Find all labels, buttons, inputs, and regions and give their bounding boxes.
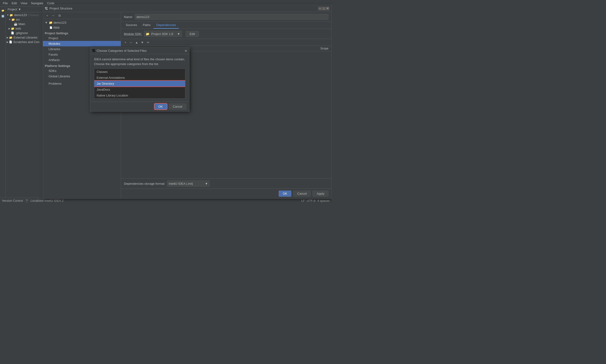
- tree-item-demo123[interactable]: ▼ 📁 demo123 C:\Users\: [6, 13, 48, 17]
- modal-footer: OK Cancel: [90, 102, 189, 111]
- modal-cancel-btn[interactable]: Cancel: [169, 104, 186, 109]
- add-icon[interactable]: ＋: [45, 13, 50, 18]
- menu-file[interactable]: File: [1, 1, 10, 5]
- dropdown-arrow: ▼: [18, 8, 21, 11]
- choose-categories-dialog: 🏗 Choose Categories of Selected Files ✕ …: [90, 47, 190, 112]
- modal-description: IDEA cannot determine what kind of files…: [94, 57, 185, 66]
- ps-name-label: Name:: [124, 15, 133, 19]
- ps-footer: OK Cancel Apply: [121, 189, 331, 198]
- ps-storage-select[interactable]: IntelliJ IDEA (.iml) ▼: [167, 181, 210, 187]
- ps-cancel-btn[interactable]: Cancel: [293, 191, 311, 196]
- tree-item-src[interactable]: ▼ 📁 src: [6, 17, 48, 22]
- lf-indicator[interactable]: LF: [301, 199, 305, 202]
- ps-storage-label: Dependencies storage format:: [124, 182, 165, 185]
- tree-item-label: demo123: [14, 13, 27, 17]
- structure-icon[interactable]: 🔣: [0, 14, 5, 18]
- ps-maximize-btn[interactable]: □: [322, 7, 326, 10]
- ps-icon: 🏗: [45, 7, 48, 10]
- version-control-label[interactable]: Version Control: [2, 199, 23, 202]
- modal-icon: 🏗: [92, 49, 95, 52]
- ps-section-project-settings: Project Settings: [43, 30, 121, 36]
- status-help-icon[interactable]: ?: [25, 199, 29, 203]
- category-external-annotations[interactable]: External Annotations: [94, 75, 185, 81]
- indent-indicator[interactable]: 4 spaces: [317, 199, 330, 202]
- deps-edit-icon[interactable]: ✏: [146, 40, 150, 45]
- modal-title: Choose Categories of Selected Files: [96, 49, 184, 52]
- tab-sources[interactable]: Sources: [123, 22, 140, 29]
- tree-item-main[interactable]: ▶ ☕ Main: [6, 22, 48, 26]
- project-icon[interactable]: 📁: [0, 8, 5, 13]
- ps-edit-btn[interactable]: Edit: [186, 31, 199, 37]
- ps-ok-btn[interactable]: OK: [279, 191, 291, 196]
- ps-close-btn[interactable]: ✕: [326, 7, 330, 10]
- ps-item-project[interactable]: Project: [43, 36, 121, 41]
- ps-storage-value: IntelliJ IDEA (.iml): [169, 182, 193, 185]
- modal-categories-list[interactable]: Classes External Annotations Jar Directo…: [94, 69, 185, 99]
- ps-apply-btn[interactable]: Apply: [313, 191, 329, 196]
- encoding-indicator[interactable]: UTF-8: [307, 199, 316, 202]
- deps-down-icon[interactable]: ▼: [140, 40, 145, 45]
- ps-left-toolbar: ＋ ─ ⧉: [43, 12, 121, 19]
- copy-icon[interactable]: ⧉: [57, 13, 62, 18]
- tree-item-src-label: src: [16, 18, 20, 21]
- ps-bottom: Dependencies storage format: IntelliJ ID…: [121, 178, 331, 189]
- ps-name-row: Name:: [121, 12, 331, 22]
- ps-tree-web-label: Web: [53, 26, 60, 29]
- category-jar-directory[interactable]: Jar Directory: [94, 81, 185, 87]
- project-tree: ▼ 📁 demo123 C:\Users\ ▼ 📁 src ▶ ☕ Main ▶: [6, 12, 48, 198]
- modal-close-btn[interactable]: ✕: [184, 49, 187, 53]
- ps-item-modules[interactable]: Modules: [43, 41, 121, 46]
- deps-up-icon[interactable]: ▲: [134, 40, 139, 45]
- deps-remove-icon[interactable]: ─: [129, 40, 133, 45]
- ps-sdk-select[interactable]: 📁 Project SDK 1.8 ▼: [144, 31, 182, 37]
- ps-tree-web[interactable]: 📄 Web: [43, 25, 121, 30]
- tree-item-gitignore[interactable]: ▶ 📄 .gitignore: [6, 31, 48, 35]
- menu-edit[interactable]: Edit: [10, 1, 19, 5]
- tree-item-external-label: External Libraries: [14, 36, 37, 39]
- ps-tabs: Sources Paths Dependencies: [121, 22, 331, 29]
- project-path: C:\Users\: [28, 14, 39, 16]
- ps-title: Project Structure: [50, 7, 318, 10]
- tree-item-scratches[interactable]: ▶ 📄 Scratches and Con: [6, 40, 48, 44]
- modal-ok-btn[interactable]: OK: [154, 104, 167, 109]
- tab-paths[interactable]: Paths: [140, 22, 153, 29]
- tree-item-web[interactable]: ▶ 📁 web: [6, 26, 48, 31]
- ps-sdk-label: Module SDK:: [124, 32, 142, 36]
- category-classes[interactable]: Classes: [94, 69, 185, 75]
- remove-icon[interactable]: ─: [51, 13, 56, 18]
- category-native-library[interactable]: Native Library Location: [94, 92, 185, 98]
- tree-item-scratches-label: Scratches and Con: [13, 40, 40, 44]
- tree-item-main-label: Main: [18, 22, 25, 26]
- status-message: Localized IntelliJ IDEA 2: [30, 199, 299, 202]
- project-header: Project ▼ ⚙: [6, 7, 48, 12]
- ps-tree-demo123-label: demo123: [54, 21, 66, 24]
- modal-body: IDEA cannot determine what kind of files…: [90, 54, 189, 102]
- ps-name-input[interactable]: [135, 14, 329, 20]
- ps-sdk-value: Project SDK 1.8: [151, 32, 173, 36]
- category-javadocs[interactable]: JavaDocs: [94, 87, 185, 92]
- tree-item-external-libs[interactable]: ▶ 📁 External Libraries: [6, 35, 48, 40]
- tab-dependencies[interactable]: Dependencies: [153, 22, 179, 29]
- left-icons: 📁 🔣: [0, 7, 6, 198]
- modal-title-bar: 🏗 Choose Categories of Selected Files ✕: [90, 48, 189, 54]
- ps-sdk-row: Module SDK: 📁 Project SDK 1.8 ▼ Edit: [121, 29, 331, 39]
- ps-tree-demo123[interactable]: ▼ 📁 demo123: [43, 20, 121, 25]
- ps-title-bar: 🏗 Project Structure ─ □ ✕: [43, 5, 331, 12]
- menu-view[interactable]: View: [19, 1, 29, 5]
- ps-minimize-btn[interactable]: ─: [318, 7, 322, 10]
- modal-container: 🏗 Choose Categories of Selected Files ✕ …: [90, 47, 190, 112]
- ps-deps-toolbar: ＋ ─ ▲ ▼ ✏: [121, 39, 331, 46]
- tree-item-gitignore-label: .gitignore: [15, 31, 28, 35]
- deps-add-icon[interactable]: ＋: [123, 40, 128, 45]
- ps-deps-header-scope: Scope: [310, 47, 329, 50]
- project-label: Project: [8, 8, 17, 11]
- tree-item-web-label: web: [15, 27, 21, 30]
- project-panel: Project ▼ ⚙ ▼ 📁 demo123 C:\Users\ ▼ 📁 sr…: [6, 7, 48, 198]
